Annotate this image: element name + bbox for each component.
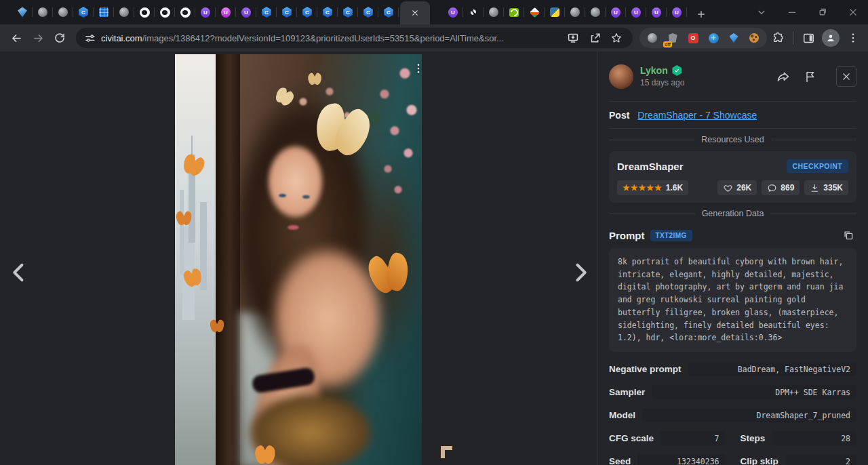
chevron-left-icon <box>7 260 31 285</box>
browser-tab[interactable] <box>504 0 524 24</box>
stat-pill[interactable]: 26K <box>717 180 757 195</box>
browser-tab[interactable] <box>565 0 585 24</box>
profile-button[interactable] <box>822 29 840 47</box>
browser-tab[interactable] <box>463 0 484 24</box>
browser-tab[interactable] <box>134 0 155 24</box>
browser-tab[interactable] <box>114 0 134 24</box>
artwork-door-frame <box>216 54 241 465</box>
browser-tab[interactable] <box>94 0 114 24</box>
window-control-button[interactable] <box>837 0 868 24</box>
window-control-button[interactable] <box>746 0 776 24</box>
browser-tab[interactable] <box>585 0 606 24</box>
previous-image-button[interactable] <box>5 259 33 286</box>
stat-pill[interactable]: 335K <box>804 180 848 195</box>
share-page-button[interactable] <box>585 28 604 47</box>
browser-tab[interactable] <box>358 0 378 24</box>
extension-button[interactable] <box>703 28 724 48</box>
civitai-icon <box>343 7 353 18</box>
field-value[interactable]: DPM++ SDE Karras <box>652 385 856 399</box>
field-value[interactable]: 28 <box>772 431 856 445</box>
close-tab-icon[interactable] <box>410 8 420 18</box>
extensions-menu-button[interactable] <box>768 28 787 47</box>
browser-tab[interactable] <box>667 0 687 24</box>
browser-tab[interactable] <box>524 0 545 24</box>
back-button[interactable] <box>5 27 27 49</box>
stat-value: 335K <box>823 183 843 193</box>
install-icon <box>567 32 579 44</box>
site-settings-icon[interactable] <box>84 33 96 44</box>
browser-tab[interactable] <box>317 0 338 24</box>
browser-tab[interactable] <box>195 0 216 24</box>
browser-tab[interactable] <box>626 0 646 24</box>
browser-tab[interactable] <box>606 0 626 24</box>
browser-tab[interactable] <box>216 0 236 24</box>
extension-button[interactable] <box>683 28 703 48</box>
extension-button[interactable] <box>724 28 744 48</box>
prompt-header-row: Prompt TXT2IMG <box>609 227 856 243</box>
rating-pill[interactable]: ★★★★★ 1.6K <box>617 180 688 195</box>
prompt-text[interactable]: 8k portrait of beautiful cyborg with bro… <box>609 248 856 352</box>
resource-stats: 26K869335K <box>717 180 848 195</box>
browser-tab[interactable] <box>545 0 565 24</box>
star-icon <box>610 32 623 44</box>
field-value[interactable]: 7 <box>660 431 725 445</box>
report-button[interactable] <box>802 68 818 85</box>
extension-button[interactable] <box>744 28 764 48</box>
field-label: Model <box>609 410 635 420</box>
post-link[interactable]: DreamShaper - 7 Showcase <box>637 110 757 121</box>
reload-button[interactable] <box>49 27 71 49</box>
install-app-button[interactable] <box>564 28 583 47</box>
browser-tab[interactable] <box>646 0 667 24</box>
cookie-extension-icon <box>749 33 759 43</box>
resource-card[interactable]: DreamShaper CHECKPOINT ★★★★★ 1.6K 26K869… <box>609 151 856 203</box>
browser-tab[interactable] <box>53 0 73 24</box>
username[interactable]: Lykon <box>640 65 668 76</box>
browser-tab[interactable] <box>297 0 317 24</box>
field-value[interactable]: DreamShaper_7_pruned <box>642 408 856 422</box>
generation-field-row: Seed 132340236 <box>609 454 726 465</box>
stat-pill[interactable]: 869 <box>762 180 800 195</box>
copy-prompt-button[interactable] <box>840 227 856 243</box>
browser-tab[interactable] <box>175 0 195 24</box>
browser-tab[interactable] <box>338 0 358 24</box>
github-icon <box>140 7 150 18</box>
red-o-extension-icon <box>688 33 698 43</box>
browser-tab[interactable] <box>378 0 399 24</box>
resource-name[interactable]: DreamShaper <box>617 161 684 172</box>
artwork-image[interactable] <box>175 54 422 465</box>
extension-button[interactable] <box>642 28 663 48</box>
forward-arrow-icon <box>32 32 45 45</box>
field-value[interactable]: 132340236 <box>637 454 725 465</box>
browser-tab[interactable] <box>236 0 256 24</box>
field-value[interactable]: 2 <box>785 454 856 465</box>
browser-tab[interactable] <box>155 0 175 24</box>
share-post-button[interactable] <box>775 68 791 85</box>
window-control-button[interactable] <box>776 0 807 24</box>
next-image-button[interactable] <box>567 259 594 286</box>
browser-tab[interactable] <box>12 0 33 24</box>
u-purple-icon <box>672 7 682 18</box>
browser-tab[interactable] <box>443 0 463 24</box>
forward-button[interactable] <box>27 27 49 49</box>
browser-tab[interactable] <box>33 0 53 24</box>
share-arrow-icon <box>776 69 791 84</box>
browser-tab[interactable] <box>256 0 277 24</box>
reload-icon <box>54 32 66 44</box>
field-value[interactable]: BadDream, FastNegativeV2 <box>688 362 856 376</box>
browser-menu-button[interactable] <box>844 28 863 47</box>
side-panel-button[interactable] <box>799 28 818 47</box>
generation-data-header: Generation Data <box>609 209 856 218</box>
close-viewer-button[interactable] <box>836 66 856 87</box>
url-text[interactable]: civitai.com/images/1386412?modelVersionI… <box>101 33 564 43</box>
bookmark-button[interactable] <box>607 28 626 47</box>
browser-tab[interactable] <box>277 0 297 24</box>
active-tab[interactable] <box>400 1 430 24</box>
window-control-button[interactable] <box>807 0 837 24</box>
browser-tab[interactable] <box>484 0 504 24</box>
browser-tab[interactable] <box>73 0 94 24</box>
address-bar[interactable]: civitai.com/images/1386412?modelVersionI… <box>76 28 633 48</box>
resource-type-badge[interactable]: CHECKPOINT <box>787 159 848 173</box>
extension-button[interactable]: off <box>663 28 683 48</box>
new-tab-button[interactable] <box>691 4 711 24</box>
user-avatar[interactable] <box>609 64 633 89</box>
